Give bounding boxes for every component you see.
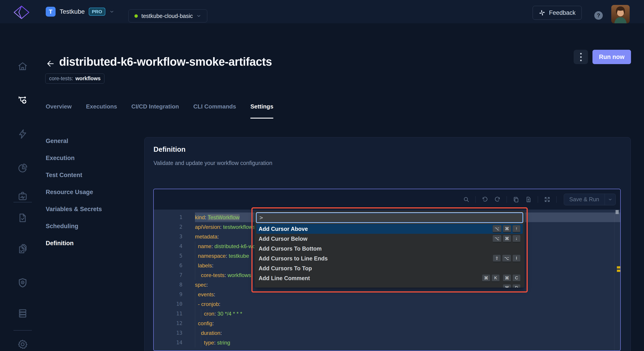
redo-icon[interactable] [494, 196, 501, 203]
sidebar-item-home[interactable] [17, 61, 28, 72]
lightning-icon [17, 129, 28, 140]
keycap: K [492, 274, 500, 282]
keybinding: ⌘D [503, 284, 520, 288]
code-line-13[interactable]: 13 duration: [154, 328, 620, 338]
sidebar-item-triggers[interactable] [17, 129, 28, 140]
settings-nav-scheduling[interactable]: Scheduling [46, 223, 102, 230]
indent-guide [195, 242, 195, 251]
keycap: ⇧ [493, 254, 501, 262]
sidebar-item-sources[interactable] [17, 308, 28, 319]
keycap: D [512, 284, 520, 288]
save-and-run-label: Save & Run [564, 194, 604, 205]
indent-guide [195, 299, 195, 309]
tab-settings[interactable]: Settings [250, 103, 274, 112]
code-line-11[interactable]: 11 cron: 30 */4 * * * [154, 309, 620, 318]
workflow-label-badge: core-tests: workflows [45, 74, 104, 84]
copy-icon[interactable] [513, 196, 520, 203]
palette-item-add-cursors-to-line-ends[interactable]: Add Cursors to Line Ends⇧⌥I [256, 254, 523, 263]
indent-guide [195, 251, 195, 261]
line-number: 6 [154, 261, 195, 270]
save-and-run-button[interactable]: Save & Run [564, 194, 616, 205]
palette-item-add-cursor-below[interactable]: Add Cursor Below⌥⌘↓ [256, 234, 523, 244]
keycap: C [512, 274, 520, 282]
settings-nav-execution[interactable]: Execution [46, 155, 102, 162]
line-number: 1 [154, 212, 195, 222]
org-switcher[interactable]: T Testkube PRO [46, 7, 114, 16]
palette-item-add-line-comment[interactable]: Add Line Comment⌘K⌘C [256, 273, 523, 283]
line-number: 10 [154, 299, 195, 309]
settings-nav-general[interactable]: General [46, 138, 102, 144]
diff-document-icon[interactable] [525, 196, 532, 203]
chevron-down-icon [109, 9, 114, 14]
environment-status-dot [134, 14, 138, 18]
settings-nav-definition[interactable]: Definition [46, 240, 102, 247]
keycap: ⌘ [503, 235, 511, 242]
question-icon: ? [597, 12, 600, 18]
indent-guide [201, 338, 201, 348]
line-number: 9 [154, 290, 195, 299]
keycap: ↑ [512, 225, 520, 233]
more-actions-button[interactable] [574, 50, 588, 64]
tab-ci-cd-integration[interactable]: CI/CD Integration [131, 103, 179, 112]
line-text: events: [195, 290, 620, 299]
line-number: 3 [154, 232, 195, 242]
feedback-button[interactable]: Feedback [533, 6, 582, 20]
environment-name: testkube-cloud-basic [142, 13, 193, 19]
settings-nav-variables-secrets[interactable]: Variables & Secrets [46, 206, 102, 213]
sidebar-item-executors[interactable] [17, 278, 28, 288]
line-number: 8 [154, 280, 195, 290]
page-title: distributed-k6-workflow-smoke-artifacts [59, 55, 272, 68]
avatar-image [611, 5, 630, 23]
sidebar-item-insights[interactable] [17, 163, 28, 174]
indent-guide [195, 318, 195, 328]
line-text: duration: [195, 328, 620, 338]
org-avatar: T [46, 7, 56, 16]
sidebar-item-tests[interactable] [17, 212, 28, 223]
label-key: core-tests: [49, 76, 73, 82]
gear-icon [17, 339, 28, 350]
environment-selector[interactable]: testkube-cloud-basic [128, 10, 207, 22]
line-number: 12 [154, 318, 195, 328]
undo-icon[interactable] [482, 196, 488, 203]
sidebar-item-health[interactable] [17, 191, 28, 202]
tab-overview[interactable]: Overview [46, 103, 72, 112]
user-avatar[interactable] [611, 5, 630, 23]
sidebar-divider [14, 330, 32, 330]
settings-nav-test-content[interactable]: Test Content [46, 172, 102, 179]
code-line-9[interactable]: 9 events: [154, 290, 620, 299]
testkube-logo-icon[interactable] [13, 6, 30, 19]
palette-item-add-cursors-to-top[interactable]: Add Cursors To Top [256, 263, 523, 273]
code-line-12[interactable]: 12 config: [154, 318, 620, 328]
code-line-14[interactable]: 14 type: string [154, 338, 620, 348]
keycap: ⌘ [503, 225, 511, 233]
keycap: ⌘ [482, 274, 490, 282]
line-number: 4 [154, 242, 195, 251]
tab-cli-commands[interactable]: CLI Commands [194, 103, 236, 112]
main-sidebar [0, 23, 45, 351]
line-number: 13 [154, 328, 195, 338]
run-now-button[interactable]: Run now [592, 50, 631, 64]
tab-executions[interactable]: Executions [86, 103, 117, 112]
code-line-10[interactable]: 10 - cronjob: [154, 299, 620, 309]
panel-subtitle: Validate and update your workflow config… [154, 160, 272, 166]
toolbar-divider [538, 196, 538, 203]
feedback-label: Feedback [549, 10, 576, 16]
sidebar-item-test-suites[interactable] [17, 244, 28, 254]
palette-item-partial[interactable]: ⌘D [256, 283, 523, 288]
help-button[interactable]: ? [594, 11, 603, 20]
palette-item-add-cursors-to-bottom[interactable]: Add Cursors To Bottom [256, 244, 523, 254]
editor-toolbar: Save & Run [154, 189, 620, 210]
command-palette-input[interactable]: > [256, 213, 523, 222]
sidebar-item-settings[interactable] [17, 339, 28, 350]
palette-item-add-cursor-above[interactable]: Add Cursor Above⌥⌘↑ [256, 224, 523, 234]
expand-icon[interactable] [544, 196, 550, 203]
settings-nav-resource-usage[interactable]: Resource Usage [46, 189, 102, 196]
sidebar-item-create-workflow[interactable] [17, 95, 28, 106]
search-icon[interactable] [463, 196, 470, 203]
testkube-app: T Testkube PRO testkube-cloud-basic Feed… [0, 0, 644, 351]
back-button[interactable] [46, 59, 55, 68]
sidebar-divider [14, 202, 32, 202]
keycap: ⌥ [492, 235, 502, 242]
scrollbar-thumb[interactable] [616, 210, 619, 214]
save-and-run-dropdown[interactable] [604, 194, 616, 205]
